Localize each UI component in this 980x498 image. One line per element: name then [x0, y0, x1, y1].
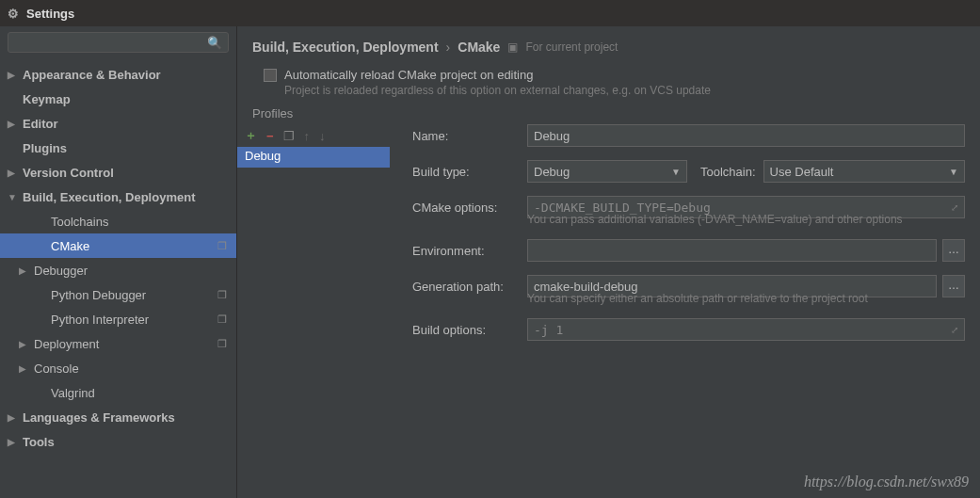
sidebar-item-label: Python Debugger [51, 288, 146, 302]
profiles-list: Debug [237, 147, 390, 498]
sidebar-item[interactable]: Valgrind [0, 380, 236, 405]
chevron-right-icon [19, 339, 30, 349]
search-box[interactable]: 🔍 [8, 32, 229, 53]
sidebar-item-label: Plugins [23, 141, 67, 155]
chevron-right-icon [8, 412, 19, 423]
sidebar-item[interactable]: Keymap [0, 87, 236, 111]
settings-content: Build, Execution, Deployment › CMake ▣ F… [237, 26, 980, 498]
profiles-panel: ＋ − ❐ ↑ ↓ Debug [237, 124, 390, 498]
remove-profile-icon[interactable]: − [266, 129, 274, 143]
breadcrumb: Build, Execution, Deployment › CMake ▣ F… [237, 26, 980, 60]
buildtype-label: Build type: [412, 165, 527, 179]
sidebar-item-label: Keymap [23, 92, 71, 106]
name-label: Name: [412, 129, 527, 143]
project-scope-icon: ❐ [217, 240, 227, 252]
search-input[interactable] [14, 36, 207, 49]
sidebar-item-label: Build, Execution, Deployment [23, 190, 195, 204]
watermark: https://blog.csdn.net/swx89 [804, 474, 969, 490]
env-label: Environment: [412, 244, 527, 258]
buildtype-combo[interactable]: Debug ▼ [527, 160, 687, 183]
sidebar-item[interactable]: Python Debugger❐ [0, 282, 236, 307]
sidebar-item-label: Console [34, 361, 79, 376]
sidebar-item[interactable]: Python Interpreter❐ [0, 307, 236, 331]
sidebar-item-label: Toolchains [51, 215, 108, 229]
genpath-label: Generation path: [412, 280, 527, 294]
auto-reload-label: Automatically reload CMake project on ed… [284, 68, 533, 82]
expand-icon[interactable]: ⤢ [951, 202, 958, 213]
project-scope-icon: ❐ [217, 338, 227, 350]
sidebar-item-label: Tools [23, 435, 55, 449]
chevron-right-icon [19, 265, 30, 276]
sidebar-item[interactable]: Debugger [0, 258, 236, 282]
gear-icon: ⚙ [8, 7, 19, 21]
project-scope-icon: ▣ [507, 40, 518, 54]
breadcrumb-hint: For current project [525, 40, 618, 54]
chevron-down-icon: ▼ [949, 167, 958, 177]
move-down-icon: ↓ [319, 129, 326, 143]
toolchain-combo[interactable]: Use Default ▼ [763, 160, 965, 183]
cmakeopts-hint: You can pass additional variables (-DVAR… [412, 213, 965, 226]
chevron-right-icon [8, 168, 19, 178]
chevron-right-icon [19, 363, 30, 374]
title-bar: ⚙ Settings [0, 0, 980, 26]
sidebar-item-label: Appearance & Behavior [23, 68, 161, 82]
sidebar-item-label: Version Control [23, 166, 114, 180]
chevron-right-icon [8, 437, 19, 447]
breadcrumb-sep: › [446, 40, 451, 55]
sidebar-item[interactable]: Build, Execution, Deployment [0, 185, 236, 209]
sidebar-item[interactable]: Editor [0, 111, 236, 136]
sidebar-item[interactable]: Deployment❐ [0, 331, 236, 356]
profiles-label: Profiles [237, 106, 980, 124]
chevron-down-icon [8, 192, 19, 202]
breadcrumb-seg2: CMake [458, 40, 500, 55]
sidebar-item[interactable]: CMake❐ [0, 233, 236, 258]
sidebar-item[interactable]: Toolchains [0, 209, 236, 233]
env-browse-button[interactable]: … [942, 239, 965, 262]
profiles-toolbar: ＋ − ❐ ↑ ↓ [237, 124, 390, 147]
sidebar-item[interactable]: Languages & Frameworks [0, 405, 236, 429]
sidebar-item[interactable]: Appearance & Behavior [0, 62, 236, 87]
sidebar-item-label: Valgrind [51, 386, 95, 400]
move-up-icon: ↑ [304, 129, 311, 143]
settings-sidebar: 🔍 Appearance & BehaviorKeymapEditorPlugi… [0, 26, 237, 498]
name-input[interactable] [527, 124, 965, 147]
sidebar-item-label: Python Interpreter [51, 313, 149, 327]
sidebar-item-label: CMake [51, 239, 89, 253]
genpath-browse-button[interactable]: … [942, 275, 965, 297]
chevron-down-icon: ▼ [671, 167, 681, 177]
profile-item[interactable]: Debug [237, 147, 390, 168]
sidebar-item-label: Editor [23, 117, 58, 131]
sidebar-item[interactable]: Plugins [0, 136, 236, 160]
search-icon: 🔍 [207, 36, 222, 50]
sidebar-item-label: Debugger [34, 264, 88, 278]
cmakeopts-label: CMake options: [412, 201, 527, 215]
chevron-right-icon [8, 119, 19, 129]
expand-icon[interactable]: ⤢ [951, 325, 958, 335]
project-scope-icon: ❐ [217, 313, 227, 326]
sidebar-item[interactable]: Tools [0, 429, 236, 454]
sidebar-item[interactable]: Console [0, 356, 236, 380]
toolchain-label: Toolchain: [700, 165, 756, 179]
buildopts-input[interactable]: -j 1 ⤢ [527, 318, 965, 341]
chevron-right-icon [8, 70, 19, 80]
env-input[interactable] [527, 239, 937, 262]
window-title: Settings [26, 7, 74, 21]
breadcrumb-seg1: Build, Execution, Deployment [252, 40, 439, 55]
sidebar-item-label: Deployment [34, 337, 99, 351]
project-scope-icon: ❐ [217, 289, 227, 301]
sidebar-item[interactable]: Version Control [0, 160, 236, 185]
settings-tree: Appearance & BehaviorKeymapEditorPlugins… [0, 58, 236, 498]
profile-form: Name: Build type: Debug ▼ Toolchain: Use… [390, 124, 980, 498]
auto-reload-checkbox[interactable] [264, 69, 277, 82]
copy-profile-icon[interactable]: ❐ [283, 129, 295, 143]
auto-reload-hint: Project is reloaded regardless of this o… [237, 84, 980, 106]
buildopts-label: Build options: [412, 323, 527, 337]
add-profile-icon[interactable]: ＋ [245, 127, 257, 144]
sidebar-item-label: Languages & Frameworks [23, 410, 175, 425]
